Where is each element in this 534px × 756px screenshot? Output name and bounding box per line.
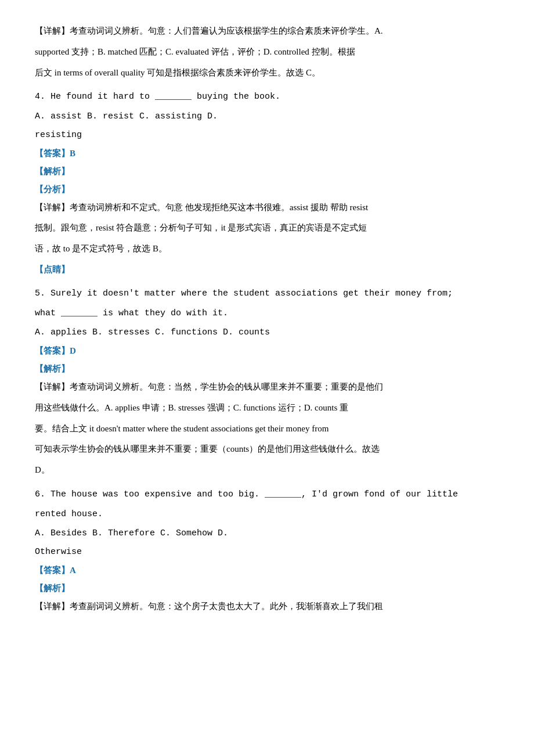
q4-options-2: resisting	[35, 127, 499, 143]
q4-analysis-label: 【解析】	[35, 164, 499, 179]
q6-options-2: Otherwise	[35, 544, 499, 560]
q5-detail-3: 要。结合上文 it doesn't matter where the stude…	[35, 421, 499, 437]
q6-question-2: rented house.	[35, 506, 499, 523]
q6-detail-1: 【详解】考查副词词义辨析。句意：这个房子太贵也太大了。此外，我渐渐喜欢上了我们租	[35, 599, 499, 615]
q6-options-1: A. Besides B. Therefore C. Somehow D.	[35, 525, 499, 542]
q5-detail-2: 用这些钱做什么。A. applies 申请；B. stresses 强调；C. …	[35, 400, 499, 416]
q6-question-1: 6. The house was too expensive and too b…	[35, 487, 499, 503]
question-5-section: 5. Surely it doesn't matter where the st…	[35, 286, 499, 478]
q5-detail-5: D。	[35, 462, 499, 478]
q4-fenxi-label: 【分析】	[35, 182, 499, 197]
q5-analysis-label: 【解析】	[35, 361, 499, 377]
q5-detail-4: 可知表示学生协会的钱从哪里来并不重要；重要（counts）的是他们用这些钱做什么…	[35, 441, 499, 458]
intro-line-2: supported 支持；B. matched 匹配；C. evaluated …	[35, 44, 499, 60]
q4-question: 4. He found it hard to _______ buying th…	[35, 89, 499, 105]
q4-detail-1: 【详解】考查动词辨析和不定式。句意 他发现拒绝买这本书很难。assist 援助 …	[35, 200, 499, 216]
q4-point-label: 【点睛】	[35, 262, 499, 278]
q5-question-2: what _______ is what they do with it.	[35, 305, 499, 322]
question-6-section: 6. The house was too expensive and too b…	[35, 487, 499, 615]
intro-line-1: 【详解】考查动词词义辨析。句意：人们普遍认为应该根据学生的综合素质来评价学生。A…	[35, 23, 499, 39]
q4-detail-3: 语，故 to 是不定式符号，故选 B。	[35, 241, 499, 257]
q4-options-1: A. assist B. resist C. assisting D.	[35, 109, 499, 125]
question-4-section: 4. He found it hard to _______ buying th…	[35, 89, 499, 278]
q5-options-1: A. applies B. stresses C. functions D. c…	[35, 325, 499, 341]
q4-detail-2: 抵制。跟句意，resist 符合题意；分析句子可知，it 是形式宾语，真正的宾语…	[35, 220, 499, 236]
q4-answer: 【答案】B	[35, 146, 499, 161]
q5-answer: 【答案】D	[35, 343, 499, 359]
intro-line-3: 后文 in terms of overall quality 可知是指根据综合素…	[35, 65, 499, 81]
intro-detail-section: 【详解】考查动词词义辨析。句意：人们普遍认为应该根据学生的综合素质来评价学生。A…	[35, 23, 499, 81]
q5-question-1: 5. Surely it doesn't matter where the st…	[35, 286, 499, 302]
q6-analysis-label: 【解析】	[35, 581, 499, 596]
q5-detail-1: 【详解】考查动词词义辨析。句意：当然，学生协会的钱从哪里来并不重要；重要的是他们	[35, 379, 499, 395]
q6-answer: 【答案】A	[35, 563, 499, 578]
